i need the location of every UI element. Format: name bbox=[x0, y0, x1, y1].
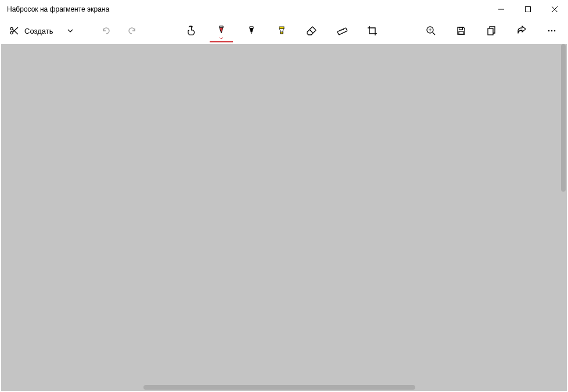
maximize-icon bbox=[525, 6, 531, 12]
copy-button[interactable] bbox=[480, 19, 503, 42]
highlighter-button[interactable] bbox=[270, 19, 293, 42]
svg-rect-7 bbox=[337, 28, 347, 35]
close-button[interactable] bbox=[541, 0, 568, 19]
pen-icon bbox=[215, 24, 227, 36]
maximize-button[interactable] bbox=[515, 0, 541, 19]
svg-point-12 bbox=[548, 30, 550, 32]
titlebar: Набросок на фрагменте экрана bbox=[0, 0, 568, 19]
snip-icon bbox=[9, 26, 20, 36]
new-snip-dropdown[interactable] bbox=[60, 19, 81, 42]
save-button[interactable] bbox=[450, 19, 473, 42]
redo-button[interactable] bbox=[120, 19, 143, 42]
highlighter-icon bbox=[276, 25, 287, 37]
pencil-button[interactable] bbox=[240, 19, 263, 42]
zoom-icon bbox=[426, 26, 436, 36]
svg-point-14 bbox=[554, 30, 556, 32]
share-icon bbox=[516, 26, 527, 36]
svg-rect-6 bbox=[281, 32, 283, 34]
svg-rect-11 bbox=[488, 28, 493, 35]
svg-rect-3 bbox=[220, 26, 223, 28]
more-button[interactable] bbox=[540, 19, 563, 42]
minimize-icon bbox=[498, 6, 504, 12]
touch-writing-icon bbox=[185, 25, 197, 37]
copy-icon bbox=[486, 26, 497, 36]
minimize-button[interactable] bbox=[488, 0, 515, 19]
new-snip-label: Создать bbox=[24, 27, 53, 35]
undo-button[interactable] bbox=[95, 19, 118, 42]
more-icon bbox=[547, 26, 557, 36]
svg-rect-4 bbox=[250, 27, 253, 28]
horizontal-scrollbar[interactable] bbox=[143, 385, 415, 390]
pencil-icon bbox=[246, 25, 257, 37]
svg-rect-0 bbox=[526, 7, 531, 12]
ballpoint-pen-button[interactable] bbox=[210, 19, 233, 42]
undo-icon bbox=[101, 26, 112, 36]
crop-button[interactable] bbox=[361, 19, 384, 42]
eraser-icon bbox=[306, 25, 318, 37]
toolbar-center bbox=[143, 19, 419, 42]
chevron-down-icon bbox=[219, 37, 224, 39]
svg-rect-10 bbox=[459, 31, 463, 34]
redo-icon bbox=[127, 26, 137, 36]
new-snip-button[interactable]: Создать bbox=[5, 19, 57, 42]
zoom-button[interactable] bbox=[419, 19, 443, 42]
svg-point-13 bbox=[551, 30, 553, 32]
close-icon bbox=[552, 6, 558, 12]
svg-rect-5 bbox=[279, 27, 284, 29]
crop-icon bbox=[366, 25, 378, 37]
toolbar: Создать bbox=[0, 19, 568, 43]
ruler-icon bbox=[336, 25, 348, 37]
chevron-down-icon bbox=[67, 29, 73, 33]
save-icon bbox=[456, 26, 466, 36]
toolbar-right bbox=[419, 19, 563, 42]
svg-rect-9 bbox=[459, 27, 463, 30]
touch-writing-button[interactable] bbox=[179, 19, 203, 42]
share-button[interactable] bbox=[510, 19, 533, 42]
vertical-scrollbar[interactable] bbox=[561, 44, 566, 192]
canvas-area[interactable] bbox=[1, 44, 567, 391]
window-controls bbox=[488, 0, 568, 19]
toolbar-left: Создать bbox=[5, 19, 143, 42]
eraser-button[interactable] bbox=[300, 19, 323, 42]
ruler-button[interactable] bbox=[330, 19, 354, 42]
window-title: Набросок на фрагменте экрана bbox=[7, 5, 109, 13]
